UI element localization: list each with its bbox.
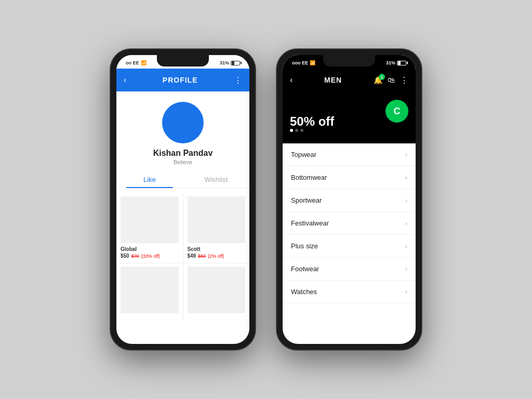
chevron-right-sportwear: › <box>405 197 407 204</box>
chevron-right-festivalwear: › <box>405 220 407 227</box>
men-battery-icon <box>397 61 406 65</box>
product-price-row-1: $49 $50 (2% off) <box>188 253 246 259</box>
profile-content: Kishan Pandav Believe Like Wishlist <box>116 91 249 193</box>
category-label-bottomwear: Bottomwear <box>291 174 327 181</box>
profile-header: ‹ PROFILE ⋮ <box>116 69 249 91</box>
avatar <box>162 102 204 143</box>
banner-circle: C <box>385 100 408 123</box>
category-footwear[interactable]: Footwear › <box>283 258 416 281</box>
product-image-0 <box>121 196 179 243</box>
product-image-1 <box>188 196 246 243</box>
product-price-row-0: $50 $70 (33% off) <box>121 253 179 259</box>
notch-men <box>323 55 375 66</box>
cart-icon[interactable]: 🛍 <box>388 76 395 84</box>
men-header: ‹ MEN 🔔 2 🛍 ⋮ <box>283 69 416 91</box>
banner-dot-0[interactable] <box>290 129 293 132</box>
category-plus-size[interactable]: Plus size › <box>283 235 416 258</box>
men-phone: ooo EE 📶 31% ‹ MEN 🔔 2 <box>276 49 422 350</box>
notification-icon[interactable]: 🔔 2 <box>374 76 382 84</box>
category-topwear[interactable]: Topwear › <box>283 143 416 166</box>
category-festivalwear[interactable]: Festivalwear › <box>283 212 416 235</box>
men-back-button[interactable]: ‹ <box>290 75 292 85</box>
battery-icon <box>231 61 240 65</box>
banner-text: 50% off <box>290 114 334 129</box>
category-watches[interactable]: Watches › <box>283 281 416 303</box>
product-card-2[interactable] <box>116 263 183 321</box>
price-original-1: $50 <box>198 254 206 259</box>
men-wifi-icon: 📶 <box>310 60 315 65</box>
price-original-0: $70 <box>131 254 139 259</box>
men-battery-fill <box>398 61 401 65</box>
product-card-0[interactable]: Global $50 $70 (33% off) <box>116 193 183 263</box>
battery-percent: 31% <box>220 60 229 65</box>
tab-like[interactable]: Like <box>116 171 183 188</box>
menu-icon[interactable]: ⋮ <box>234 75 242 85</box>
chevron-right-watches: › <box>405 288 407 296</box>
notch <box>157 55 209 66</box>
chevron-right-topwear: › <box>405 151 407 158</box>
profile-screen: oo EE 📶 31% ‹ PROFILE ⋮ Kishan P <box>116 55 249 344</box>
product-image-3 <box>188 267 246 313</box>
category-label-sportwear: Sportwear <box>291 196 322 204</box>
profile-phone: oo EE 📶 31% ‹ PROFILE ⋮ Kishan P <box>110 49 256 350</box>
chevron-right-plus-size: › <box>405 243 407 250</box>
user-name: Kishan Pandav <box>153 149 213 158</box>
product-brand-0: Global <box>121 246 179 252</box>
carrier-text: oo EE <box>126 60 139 65</box>
men-header-icons: 🔔 2 🛍 ⋮ <box>374 75 408 85</box>
product-brand-1: Scott <box>188 246 246 252</box>
status-left: oo EE 📶 <box>126 60 147 65</box>
chevron-right-footwear: › <box>405 265 407 273</box>
banner-dot-2[interactable] <box>300 129 303 132</box>
price-current-1: $49 <box>188 253 196 259</box>
profile-phone-wrapper: oo EE 📶 31% ‹ PROFILE ⋮ Kishan P <box>110 49 256 350</box>
men-menu-icon[interactable]: ⋮ <box>400 75 408 85</box>
back-button[interactable]: ‹ <box>124 75 126 85</box>
product-card-3[interactable] <box>183 263 250 321</box>
notification-badge: 2 <box>379 74 385 80</box>
men-title: MEN <box>324 76 342 84</box>
category-label-plus-size: Plus size <box>291 242 318 250</box>
banner-section: 50% off C <box>283 91 416 143</box>
chevron-right-bottomwear: › <box>405 174 407 181</box>
banner-dots <box>290 129 334 132</box>
profile-title: PROFILE <box>163 76 198 84</box>
category-label-watches: Watches <box>291 288 317 296</box>
category-label-topwear: Topwear <box>291 151 316 158</box>
product-image-2 <box>121 267 179 313</box>
wifi-icon: 📶 <box>141 60 147 65</box>
category-sportwear[interactable]: Sportwear › <box>283 189 416 212</box>
price-discount-1: (2% off) <box>208 254 224 259</box>
product-grid: Global $50 $70 (33% off) Scott $49 $50 (… <box>116 193 249 321</box>
category-label-footwear: Footwear <box>291 265 319 273</box>
men-phone-wrapper: ooo EE 📶 31% ‹ MEN 🔔 2 <box>276 49 422 350</box>
product-card-1[interactable]: Scott $49 $50 (2% off) <box>183 193 250 263</box>
banner-content: 50% off <box>290 114 334 133</box>
men-screen: ooo EE 📶 31% ‹ MEN 🔔 2 <box>283 55 416 344</box>
category-bottomwear[interactable]: Bottomwear › <box>283 166 416 189</box>
tab-wishlist[interactable]: Wishlist <box>183 171 249 188</box>
banner-dot-1[interactable] <box>295 129 298 132</box>
men-carrier-text: ooo EE <box>292 60 308 65</box>
category-label-festivalwear: Festivalwear <box>291 219 329 227</box>
user-bio: Believe <box>174 159 192 165</box>
categories-list: Topwear › Bottomwear › Sportwear › Festi… <box>283 143 416 303</box>
price-current-0: $50 <box>121 253 129 259</box>
men-status-right: 31% <box>386 60 406 65</box>
status-right: 31% <box>220 60 240 65</box>
battery-fill <box>232 61 234 65</box>
tab-bar: Like Wishlist <box>116 171 249 188</box>
men-battery-percent: 31% <box>386 60 395 65</box>
price-discount-0: (33% off) <box>141 254 160 259</box>
men-status-left: ooo EE 📶 <box>292 60 315 65</box>
